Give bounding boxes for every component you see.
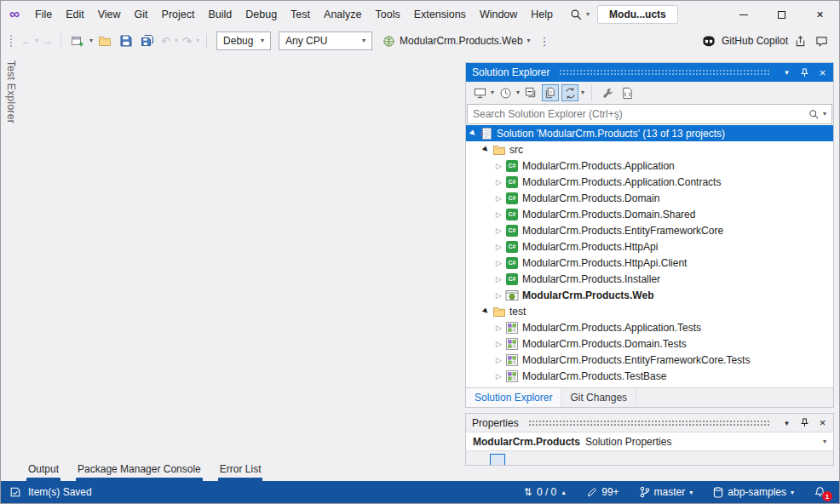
tree-item-modularcrm-products-application[interactable]: ▷C#ModularCrm.Products.Application [466,158,833,174]
tab-solution-explorer[interactable]: Solution Explorer [466,388,561,407]
expand-arrow-icon[interactable]: ▷ [493,356,504,364]
expand-arrow-icon[interactable]: ▷ [493,243,504,251]
pending-changes-filter-button[interactable] [497,84,514,101]
redo-button[interactable]: ↷ [181,35,193,48]
chevron-down-icon[interactable]: ▾ [823,111,826,117]
menu-analyze[interactable]: Analyze [317,1,368,28]
tree-item-modularcrm-products-entityframeworkcore[interactable]: ▷C#ModularCrm.Products.EntityFrameworkCo… [466,222,833,238]
window-position-button[interactable]: ▾ [780,415,794,430]
search-box[interactable]: ▾ [467,104,832,124]
pending-edits-button[interactable]: 99+ [587,486,618,498]
github-copilot-button[interactable]: GitHub Copilot [701,35,788,48]
show-all-files-button[interactable] [542,84,559,101]
configuration-dropdown[interactable]: Debug ▾ [216,32,271,50]
tree-item-test[interactable]: ▶test [466,303,833,319]
search-icon[interactable] [808,109,820,120]
panel-drag-grip[interactable] [559,69,770,76]
undo-button[interactable]: ↶ [159,35,172,48]
expand-arrow-icon[interactable]: ▷ [493,210,504,219]
menu-view[interactable]: View [91,1,128,28]
menu-build[interactable]: Build [201,1,239,28]
platform-dropdown[interactable]: Any CPU ▾ [279,32,372,50]
expand-arrow-icon[interactable]: ▷ [493,194,504,203]
tab-test-explorer[interactable]: Test Explorer [5,60,17,123]
chevron-down-icon[interactable]: ▾ [35,37,38,44]
menu-tools[interactable]: Tools [369,1,407,28]
collapse-arrow-icon[interactable]: ▶ [467,127,480,140]
window-title[interactable]: Modu...ucts [597,5,678,24]
tab-error-list[interactable]: Error List [218,463,263,482]
expand-arrow-icon[interactable]: ▷ [493,226,504,235]
tree-item-modularcrm-products-web[interactable]: ▷ModularCrm.Products.Web [466,287,833,303]
properties-header[interactable]: Properties ▾ × [466,414,833,432]
maximize-button[interactable] [762,1,801,28]
tree-item-modularcrm-products-httpapi[interactable]: ▷C#ModularCrm.Products.HttpApi [466,238,833,255]
switch-views-button[interactable] [471,84,488,101]
menu-extensions[interactable]: Extensions [407,1,473,28]
expand-arrow-icon[interactable]: ▷ [493,162,504,170]
toolbar-grip[interactable] [9,34,13,48]
open-file-button[interactable] [95,32,114,50]
tree-item-modularcrm-products-domain[interactable]: ▷C#ModularCrm.Products.Domain [466,190,833,206]
properties-button[interactable] [599,84,616,101]
navigate-forward-button[interactable]: → [41,35,54,48]
notifications-button[interactable]: 1 [814,486,826,498]
menu-debug[interactable]: Debug [239,1,284,28]
tree-item-modularcrm-products-entityframeworkcore-tests[interactable]: ▷ModularCrm.Products.EntityFrameworkCore… [466,352,833,368]
close-panel-button[interactable]: × [815,415,830,430]
startup-project-selector[interactable]: ModularCrm.Products.Web ▾ [383,35,531,48]
tree-item-modularcrm-products-testbase[interactable]: ▷ModularCrm.Products.TestBase [466,368,833,384]
pin-button[interactable] [797,66,812,80]
search-control[interactable]: ▾ Modu...ucts [570,5,678,24]
menu-git[interactable]: Git [128,1,155,28]
menu-project[interactable]: Project [155,1,202,28]
expand-arrow-icon[interactable]: ▷ [493,340,504,348]
tab-package-manager-console[interactable]: Package Manager Console [76,463,203,482]
navigate-back-button[interactable]: ← [20,35,32,48]
tree-item-modularcrm-products-application-contracts[interactable]: ▷C#ModularCrm.Products.Application.Contr… [466,174,833,190]
save-button[interactable] [117,32,135,50]
minimize-button[interactable] [724,1,762,28]
expand-arrow-icon[interactable]: ▷ [493,178,504,186]
expand-arrow-icon[interactable]: ▷ [493,275,504,284]
chevron-down-icon[interactable]: ▾ [581,89,584,96]
close-button[interactable]: × [801,1,839,28]
search-input[interactable] [473,108,805,120]
chevron-down-icon[interactable]: ▾ [516,89,520,96]
collapse-all-button[interactable] [522,84,539,101]
new-project-button[interactable] [68,32,87,50]
close-panel-button[interactable]: × [815,66,830,80]
tree-item-modularcrm-products-httpapi-client[interactable]: ▷C#ModularCrm.Products.HttpApi.Client [466,255,833,271]
panel-drag-grip[interactable] [528,420,770,427]
tab-output[interactable]: Output [26,463,60,482]
tree-item-modularcrm-products-installer[interactable]: ▷C#ModularCrm.Products.Installer [466,271,833,287]
preview-selected-items-button[interactable] [618,84,636,101]
sync-with-active-document-button[interactable] [561,84,578,101]
properties-object-dropdown[interactable]: ModularCrm.Products Solution Properties … [466,432,833,451]
share-button[interactable] [791,32,809,50]
branch-selector-button[interactable]: master ▾ [640,486,693,498]
repository-selector-button[interactable]: abp-samples ▾ [713,486,794,498]
expand-arrow-icon[interactable]: ▷ [493,291,504,300]
collapse-arrow-icon[interactable]: ▶ [480,143,493,157]
tree-item-modularcrm-products-domain-shared[interactable]: ▷C#ModularCrm.Products.Domain.Shared [466,206,833,222]
menu-file[interactable]: File [28,1,59,28]
chevron-down-icon[interactable]: ▾ [196,37,199,44]
tree-item-src[interactable]: ▶src [466,141,833,158]
tab-git-changes[interactable]: Git Changes [561,388,636,407]
tree-item-solution-modularcrm-products-13-of-13-projects[interactable]: ▶Solution 'ModularCrm.Products' (13 of 1… [466,125,833,141]
expand-arrow-icon[interactable]: ▷ [493,259,504,267]
categorize-button[interactable] [490,454,505,466]
chevron-down-icon[interactable]: ▾ [175,37,178,44]
menu-edit[interactable]: Edit [59,1,91,28]
chevron-down-icon[interactable]: ▾ [491,89,494,96]
git-sync-button[interactable]: ⇅ 0 / 0 ▲ [524,486,567,498]
menu-test[interactable]: Test [284,1,317,28]
save-all-button[interactable] [138,32,157,50]
expand-arrow-icon[interactable]: ▷ [493,372,504,381]
toolbar-options-button[interactable]: ⋮ [538,35,551,48]
tree-item-modularcrm-products-application-tests[interactable]: ▷ModularCrm.Products.Application.Tests [466,319,833,335]
collapse-arrow-icon[interactable]: ▶ [480,305,493,318]
expand-arrow-icon[interactable]: ▷ [493,324,504,332]
tree-item-modularcrm-products-domain-tests[interactable]: ▷ModularCrm.Products.Domain.Tests [466,335,833,352]
